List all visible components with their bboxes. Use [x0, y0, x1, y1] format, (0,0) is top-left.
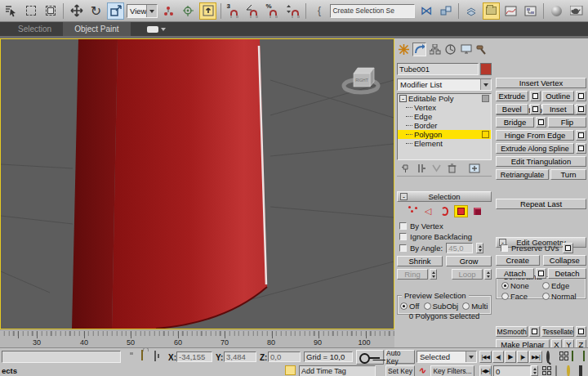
- object-name-field[interactable]: Tube001: [397, 63, 479, 75]
- stack-state-icon[interactable]: [482, 131, 489, 138]
- set-keys-button[interactable]: [356, 350, 384, 365]
- absolute-mode-icon[interactable]: [154, 351, 156, 360]
- remove-modifier-icon[interactable]: [447, 163, 457, 175]
- ribbon-minimize-toggle[interactable]: [147, 25, 166, 34]
- edit-triangulation-button[interactable]: Edit Triangulation: [496, 156, 586, 167]
- pan-hand-icon[interactable]: [555, 366, 557, 375]
- select-and-rotate-icon[interactable]: ↻: [87, 2, 105, 20]
- pin-stack-icon[interactable]: [400, 163, 411, 175]
- constraint-none-radio[interactable]: None: [501, 281, 541, 290]
- reference-coordinate-dropdown[interactable]: View: [127, 4, 158, 18]
- constraint-face-radio[interactable]: Face: [501, 292, 541, 301]
- status-line-field[interactable]: [2, 351, 121, 363]
- preserve-uvs-settings-button[interactable]: [563, 243, 573, 253]
- by-angle-spinner[interactable]: [476, 243, 483, 253]
- zoom-extents-icon[interactable]: [572, 351, 573, 360]
- chevron-down-icon[interactable]: [480, 79, 491, 90]
- insert-vertex-button[interactable]: Insert Vertex: [496, 78, 586, 88]
- viewcube[interactable]: RIGHT: [344, 68, 378, 92]
- orbit-icon[interactable]: [567, 366, 570, 375]
- outline-settings-button[interactable]: [576, 91, 586, 101]
- by-angle-checkbox[interactable]: [399, 244, 407, 252]
- spinner-snap-toggle-icon[interactable]: [284, 2, 301, 20]
- msmooth-settings-button[interactable]: [529, 326, 540, 337]
- zoom-extents-all-icon[interactable]: [583, 351, 585, 360]
- vertex-subobject-icon[interactable]: [405, 205, 419, 217]
- create-tab-icon[interactable]: [397, 43, 411, 56]
- preserve-uvs-checkbox[interactable]: [501, 244, 508, 252]
- window-crossing-toggle-icon[interactable]: [42, 2, 59, 20]
- set-key-button[interactable]: Set Key: [385, 365, 415, 376]
- attach-settings-button[interactable]: [536, 268, 546, 279]
- modifier-stack[interactable]: - Editable Poly Vertex Edge Border Polyg…: [397, 93, 492, 160]
- curve-editor-icon[interactable]: [502, 2, 519, 20]
- extrude-settings-button[interactable]: [530, 91, 541, 101]
- retriangulate-button[interactable]: Retriangulate: [496, 169, 549, 180]
- display-tab-icon[interactable]: [459, 43, 473, 56]
- use-pivot-point-center-icon[interactable]: [160, 2, 177, 20]
- modifier-list-dropdown[interactable]: Modifier List: [397, 78, 492, 91]
- ring-button[interactable]: Ring: [397, 269, 428, 280]
- ignore-backfacing-checkbox[interactable]: Ignore Backfacing: [399, 232, 472, 241]
- select-by-name-icon[interactable]: [2, 2, 20, 20]
- graphite-modeling-tools-toggle-icon[interactable]: [483, 2, 500, 20]
- stack-row-vertex[interactable]: Vertex: [398, 103, 491, 112]
- border-subobject-icon[interactable]: [438, 205, 452, 217]
- schematic-view-icon[interactable]: [522, 2, 539, 20]
- key-selection-dropdown[interactable]: Selected: [416, 351, 477, 363]
- show-end-result-icon[interactable]: [416, 163, 426, 175]
- shrink-button[interactable]: Shrink: [397, 256, 443, 266]
- stack-row-edge[interactable]: Edge: [398, 112, 491, 121]
- msmooth-button[interactable]: MSmooth: [496, 326, 528, 337]
- create-button[interactable]: Create: [496, 255, 540, 266]
- tessellate-button[interactable]: Tessellate: [541, 326, 574, 337]
- keyboard-shortcut-override-icon[interactable]: [199, 2, 216, 20]
- stack-row-element[interactable]: Element: [398, 139, 491, 148]
- time-configuration-icon[interactable]: [542, 366, 551, 375]
- turn-button[interactable]: Turn: [550, 169, 586, 180]
- collapse-button[interactable]: Collapse: [543, 255, 587, 266]
- z-coordinate-field[interactable]: 0,0: [268, 351, 301, 362]
- extrude-along-spline-button[interactable]: Extrude Along Spline: [496, 143, 574, 154]
- make-unique-icon[interactable]: [431, 163, 442, 175]
- ribbon-tab-object-paint[interactable]: Object Paint: [63, 22, 130, 36]
- bridge-settings-button[interactable]: [536, 117, 546, 128]
- flip-button[interactable]: Flip: [548, 117, 586, 128]
- make-planar-y-button[interactable]: Y: [564, 339, 574, 347]
- stack-state-icon[interactable]: [482, 95, 489, 102]
- extrude-button[interactable]: Extrude: [496, 91, 528, 101]
- chevron-down-icon[interactable]: [146, 5, 157, 17]
- selection-rollout-header[interactable]: - Selection: [397, 191, 492, 202]
- bevel-settings-button[interactable]: [530, 104, 541, 114]
- hinge-from-edge-button[interactable]: Hinge From Edge: [496, 130, 574, 141]
- bridge-button[interactable]: Bridge: [496, 117, 534, 128]
- preview-multi-radio[interactable]: Multi: [462, 302, 488, 311]
- layer-manager-icon[interactable]: [463, 2, 480, 20]
- repeat-last-button[interactable]: Repeat Last: [496, 199, 586, 209]
- current-frame-field[interactable]: 0: [493, 365, 531, 376]
- auto-key-button[interactable]: Auto Key: [385, 350, 415, 364]
- perspective-viewport[interactable]: RIGHT: [0, 38, 394, 329]
- configure-modifier-sets-icon[interactable]: [469, 163, 480, 175]
- maximize-viewport-icon[interactable]: [579, 366, 582, 375]
- frame-spinner[interactable]: [531, 365, 538, 376]
- percent-snap-toggle-icon[interactable]: %: [265, 2, 282, 20]
- make-planar-button[interactable]: Make Planar: [496, 339, 550, 347]
- inset-button[interactable]: Inset: [542, 104, 575, 114]
- hinge-settings-button[interactable]: [576, 130, 586, 141]
- timeline-track-bar[interactable]: 30 40 50 60 70 80 90 100: [0, 329, 394, 347]
- angle-snap-toggle-icon[interactable]: [245, 2, 262, 20]
- edit-named-selection-sets-icon[interactable]: {: [310, 2, 327, 20]
- previous-frame-button[interactable]: ◀|: [492, 351, 504, 363]
- select-and-move-icon[interactable]: [68, 2, 85, 20]
- collapse-icon[interactable]: -: [399, 95, 407, 102]
- attach-button[interactable]: Attach: [496, 268, 534, 279]
- go-to-end-button[interactable]: ▶▶|: [529, 351, 542, 363]
- preview-off-radio[interactable]: Off: [400, 302, 420, 311]
- mirror-icon[interactable]: ⋈: [417, 2, 434, 20]
- extrude-along-spline-settings-button[interactable]: [576, 143, 586, 154]
- ribbon-tab-selection[interactable]: Selection: [7, 22, 63, 36]
- x-coordinate-field[interactable]: -34,155: [176, 351, 212, 362]
- bevel-button[interactable]: Bevel: [496, 104, 528, 114]
- object-color-swatch[interactable]: [480, 63, 492, 75]
